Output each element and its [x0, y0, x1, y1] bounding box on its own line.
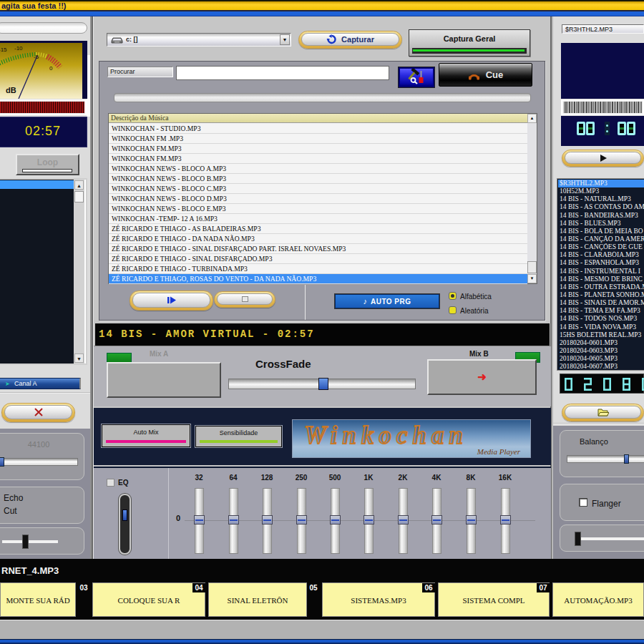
svg-text:-15: -15: [0, 47, 7, 53]
svg-text:dB: dB: [6, 86, 16, 94]
svg-text:-5: -5: [34, 54, 39, 60]
svg-text:0: 0: [49, 65, 53, 72]
svg-text:-10: -10: [14, 45, 23, 52]
